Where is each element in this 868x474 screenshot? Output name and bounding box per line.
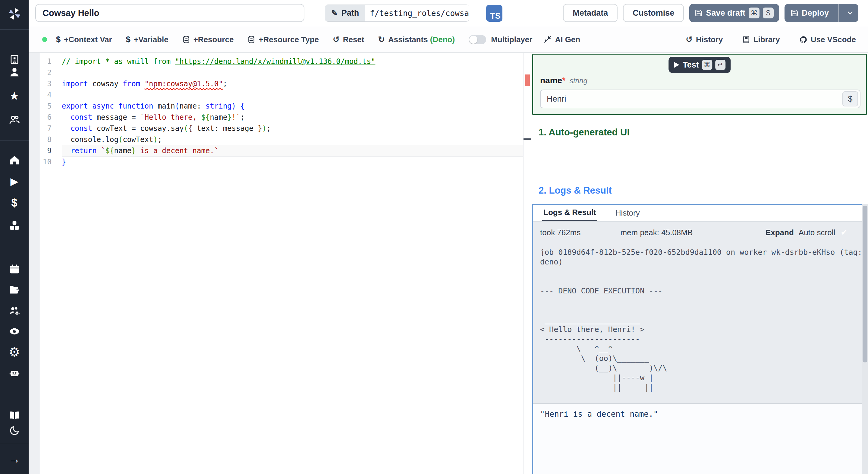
docs-book-icon[interactable] <box>0 410 29 421</box>
customise-button[interactable]: Customise <box>623 4 684 22</box>
assistants-button[interactable]: ↻ Assistants (Deno) <box>378 35 455 44</box>
arg-type-label: string <box>569 77 587 85</box>
s-keycap: S <box>763 7 774 19</box>
save-draft-button[interactable]: Save draft ⌘ S <box>689 4 779 22</box>
library-button[interactable]: Library <box>742 35 780 44</box>
workspace-building-icon[interactable] <box>0 54 29 65</box>
arg-name-input[interactable] <box>541 94 842 104</box>
variables-dollar-icon[interactable]: $ <box>0 198 29 208</box>
windmill-script-editor: ★ ▶ $ <box>0 0 868 474</box>
error-marker <box>525 75 530 86</box>
gutter: 12345678910 <box>40 53 56 474</box>
cmd-keycap: ⌘ <box>702 60 712 70</box>
scrollbar-thumb[interactable] <box>863 206 867 362</box>
add-variable-button[interactable]: $ +Variable <box>126 35 168 44</box>
database-icon <box>182 36 190 43</box>
path-edit-button[interactable]: ✎ Path <box>325 5 365 22</box>
multiplayer-toggle[interactable] <box>469 35 486 44</box>
resources-cubes-icon[interactable] <box>0 220 29 231</box>
add-resource-type-button[interactable]: +Resource Type <box>247 35 319 44</box>
assistants-lang: (Deno) <box>430 35 455 44</box>
top-bar: ✎ Path f/testing_roles/cowsa TS Metadata… <box>29 0 868 27</box>
sidebar: ★ ▶ $ <box>0 0 29 474</box>
typescript-badge: TS <box>486 5 502 22</box>
collapse-arrow-icon[interactable]: → <box>0 453 29 465</box>
sidebar-divider <box>0 443 29 443</box>
schedules-calendar-icon[interactable] <box>0 264 29 275</box>
book-icon <box>742 36 750 43</box>
test-args-panel: Test ⌘ ↵ name* string $ <box>532 54 867 115</box>
save-icon <box>790 9 798 17</box>
code-line[interactable] <box>62 90 524 101</box>
save-icon <box>695 9 703 17</box>
indent-guide <box>56 112 56 156</box>
expand-button[interactable]: Expand <box>766 228 794 237</box>
scrollbar[interactable] <box>862 204 868 474</box>
path-control[interactable]: ✎ Path f/testing_roles/cowsa <box>325 4 469 22</box>
ai-gen-button[interactable]: AI Gen <box>544 35 580 44</box>
logs-result-box: Logs & Result History took 762ms mem pea… <box>532 204 866 474</box>
windmill-logo-icon[interactable] <box>0 6 29 22</box>
job-result: "Henri is a decent name." <box>533 404 865 474</box>
ai-robot-icon[interactable] <box>0 367 29 379</box>
cursor-line-marker <box>524 139 531 140</box>
code-line[interactable]: const cowText = cowsay.say({ text: messa… <box>62 123 524 134</box>
user-icon[interactable] <box>0 66 29 78</box>
code-line[interactable]: // import * as wmill from "https://deno.… <box>62 56 524 67</box>
pane-splitter[interactable] <box>29 53 40 474</box>
code-line[interactable]: const message = `Hello there, ${name}!`; <box>62 112 524 123</box>
section-auto-generated-ui: 1. Auto-generated UI <box>538 127 629 138</box>
code-line[interactable]: console.log(cowText); <box>62 134 524 145</box>
tab-history[interactable]: History <box>614 205 641 221</box>
required-asterisk: * <box>562 76 565 85</box>
history-icon: ↺ <box>686 36 692 44</box>
connection-status-dot <box>42 37 47 42</box>
pencil-icon: ✎ <box>331 8 338 18</box>
home-icon[interactable] <box>0 154 29 166</box>
deploy-dropdown-button[interactable] <box>842 4 858 22</box>
logs-tabs: Logs & Result History <box>533 205 865 221</box>
add-context-var-button[interactable]: $ +Context Var <box>56 35 112 44</box>
audit-eye-icon[interactable] <box>0 326 29 337</box>
code-line[interactable]: export async function main(name: string)… <box>62 101 524 112</box>
rotate-ccw-icon: ↺ <box>333 36 340 44</box>
github-icon <box>799 36 807 44</box>
refresh-icon: ↻ <box>378 36 385 44</box>
folders-icon[interactable] <box>0 284 29 296</box>
dollar-icon: $ <box>56 36 61 44</box>
cmd-keycap: ⌘ <box>749 7 760 19</box>
test-button[interactable]: Test ⌘ ↵ <box>669 57 731 73</box>
code-line[interactable]: import cowsay from "npm:cowsay@1.5.0"; <box>62 79 524 90</box>
settings-gear-icon[interactable]: ⚙ <box>0 346 29 358</box>
job-logs: job 0189d64f-812b-525e-f020-652bd9da1100… <box>533 243 865 392</box>
code-editor[interactable]: 12345678910 // import * as wmill from "h… <box>40 53 532 474</box>
reset-button[interactable]: ↺ Reset <box>333 35 364 44</box>
favorites-star-icon[interactable]: ★ <box>0 90 29 101</box>
use-vscode-button[interactable]: Use VScode <box>799 35 856 44</box>
groups-settings-icon[interactable] <box>0 305 29 317</box>
tab-logs-result[interactable]: Logs & Result <box>542 205 597 221</box>
play-icon <box>674 61 680 68</box>
code-line[interactable]: return `${name} is a decent name.` <box>62 145 524 156</box>
sidebar-divider <box>0 141 29 141</box>
add-resource-button[interactable]: +Resource <box>182 35 234 44</box>
dollar-icon: $ <box>126 36 130 44</box>
user-groups-icon[interactable] <box>0 114 29 125</box>
code-line[interactable] <box>62 67 524 79</box>
enter-keycap: ↵ <box>715 60 725 70</box>
code-line[interactable]: } <box>62 156 524 168</box>
path-value[interactable]: f/testing_roles/cowsa <box>365 5 469 22</box>
sidebar-divider <box>0 29 29 30</box>
insert-variable-button[interactable]: $ <box>842 91 858 107</box>
check-icon: ✔ <box>841 228 847 237</box>
duration-label: took 762ms <box>540 228 581 237</box>
code-lines[interactable]: // import * as wmill from "https://deno.… <box>56 53 524 474</box>
section-logs-result: 2. Logs & Result <box>538 185 612 196</box>
history-button[interactable]: ↺ History <box>686 35 723 44</box>
autoscroll-toggle[interactable]: Auto scroll <box>799 228 835 237</box>
deploy-button[interactable]: Deploy <box>784 4 858 22</box>
runs-play-icon[interactable]: ▶ <box>0 176 29 186</box>
dark-mode-moon-icon[interactable] <box>0 425 29 436</box>
script-title-input[interactable] <box>35 4 304 22</box>
metadata-button[interactable]: Metadata <box>563 4 618 22</box>
